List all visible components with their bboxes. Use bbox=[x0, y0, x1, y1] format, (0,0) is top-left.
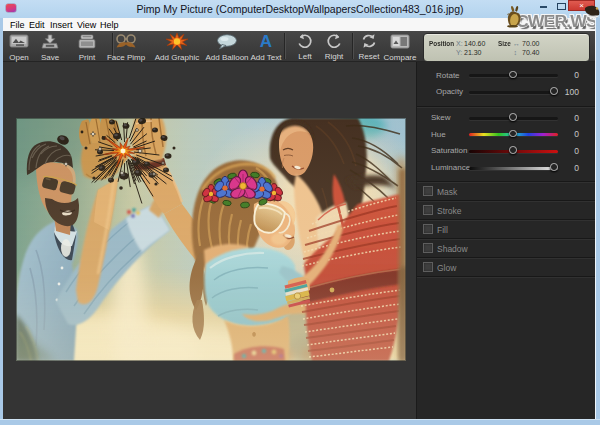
svg-text:A: A bbox=[260, 32, 272, 49]
